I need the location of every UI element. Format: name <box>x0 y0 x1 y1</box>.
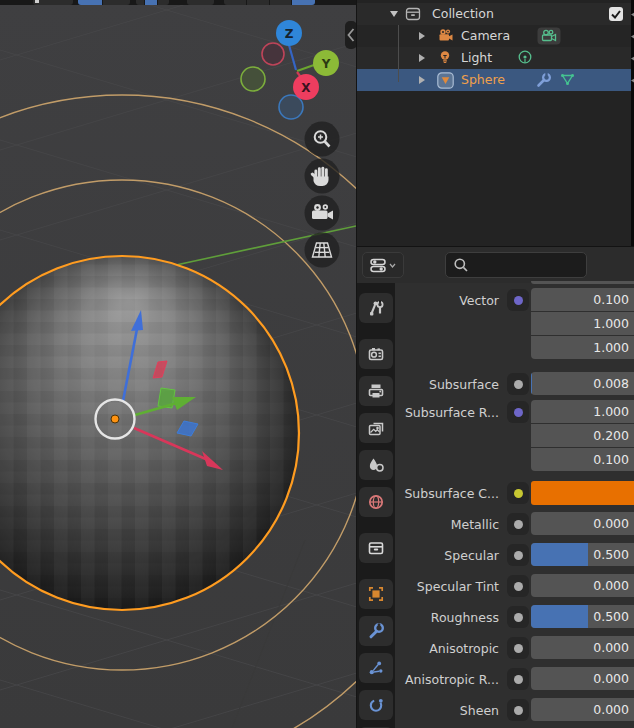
outliner-item-label[interactable]: Collection <box>432 6 494 21</box>
tab-tool[interactable] <box>359 293 393 323</box>
value-slider[interactable]: 0.008 <box>531 372 634 395</box>
outliner-item-label[interactable]: Sphere <box>461 72 505 87</box>
render-icon <box>367 345 385 363</box>
prop-label: Sheen <box>395 699 499 722</box>
tab-collection[interactable] <box>359 533 393 563</box>
header-button[interactable] <box>224 0 246 5</box>
value-slider[interactable]: 0.500 <box>531 605 634 628</box>
value-slider[interactable]: 0.500 <box>531 543 634 566</box>
header-button[interactable] <box>158 0 169 5</box>
collection-checkbox[interactable] <box>609 7 623 21</box>
header-button[interactable] <box>103 0 130 5</box>
prop-label: Anisotropic <box>395 637 499 660</box>
world-icon <box>367 493 385 511</box>
modifier-wrench-icon[interactable] <box>535 72 552 92</box>
prop-socket-toggle[interactable] <box>507 668 529 690</box>
mesh-icon <box>437 72 454 92</box>
tab-view-layer[interactable] <box>359 413 393 443</box>
header-button[interactable] <box>136 0 144 5</box>
prop-socket-toggle[interactable] <box>507 401 529 423</box>
disclosure-right-icon[interactable] <box>419 76 425 84</box>
tool-icon <box>367 299 385 317</box>
header-button[interactable] <box>33 0 73 5</box>
nav-axis-y-neg[interactable] <box>241 67 265 91</box>
value-slider[interactable]: 0.000 <box>531 698 634 721</box>
tab-world[interactable] <box>359 487 393 517</box>
tab-scene[interactable] <box>359 450 393 480</box>
prop-socket-toggle[interactable] <box>507 699 529 721</box>
prop-socket-toggle[interactable] <box>507 482 529 504</box>
value-field[interactable]: 0.100 <box>531 288 634 311</box>
disclosure-down-icon[interactable] <box>390 11 398 17</box>
3d-viewport[interactable]: Z Y X <box>0 0 356 728</box>
value-slider[interactable]: 0.000 <box>531 512 634 535</box>
mesh-data-icon[interactable] <box>559 72 576 90</box>
editor-type-button[interactable] <box>362 252 404 278</box>
cutoff-field <box>531 281 634 284</box>
header-button-active[interactable] <box>145 0 157 5</box>
value-slider[interactable]: 0.000 <box>531 667 634 690</box>
prop-label: Subsurface <box>395 373 499 396</box>
header-button-active[interactable] <box>78 0 102 5</box>
prop-label: Subsurface R... <box>395 401 499 424</box>
disclosure-right-icon[interactable] <box>419 32 425 40</box>
prop-label: Specular Tint <box>395 575 499 598</box>
value-field[interactable]: 1.000 <box>531 312 634 335</box>
outliner-item-label[interactable]: Camera <box>461 28 510 43</box>
camera-data-icon[interactable] <box>537 27 561 48</box>
prop-socket-toggle[interactable] <box>507 373 529 395</box>
tab-physics[interactable] <box>359 690 393 720</box>
header-button[interactable] <box>247 0 269 5</box>
header-button[interactable] <box>270 0 291 5</box>
right-panel: CollectionCameraLightSphere <box>356 0 634 728</box>
tab-particles[interactable] <box>359 653 393 683</box>
camera-icon <box>437 28 453 46</box>
tab-render[interactable] <box>359 339 393 369</box>
properties-editor-icon <box>370 257 387 274</box>
header-button-active[interactable] <box>292 0 315 5</box>
color-swatch[interactable] <box>531 481 634 505</box>
tab-object[interactable] <box>359 579 393 609</box>
light-data-icon[interactable] <box>517 50 533 69</box>
scene-icon <box>367 456 385 474</box>
search-input[interactable] <box>445 252 587 278</box>
prop-socket-toggle[interactable] <box>507 289 529 311</box>
outliner-row-collection[interactable]: Collection <box>357 3 634 25</box>
value-field[interactable]: 1.000 <box>531 336 634 359</box>
value-field[interactable]: 0.200 <box>531 424 634 447</box>
header-button[interactable] <box>187 0 214 5</box>
prop-label: Vector <box>395 289 499 312</box>
sidebar-collapse-tab[interactable] <box>345 21 356 49</box>
tab-output[interactable] <box>359 376 393 406</box>
outliner-tree-line <box>398 25 399 82</box>
prop-label: Anisotropic R... <box>395 668 499 691</box>
nav-y-label: Y <box>321 57 331 71</box>
prop-socket-toggle[interactable] <box>507 513 529 535</box>
prop-label: Subsurface C... <box>395 482 499 505</box>
ortho-grid-button[interactable] <box>305 233 340 268</box>
properties-header <box>357 247 634 283</box>
value-field[interactable]: 0.100 <box>531 448 634 471</box>
value-slider[interactable]: 0.000 <box>531 636 634 659</box>
prop-socket-toggle[interactable] <box>507 637 529 659</box>
camera-view-button[interactable] <box>305 196 340 231</box>
prop-socket-toggle[interactable] <box>507 606 529 628</box>
pan-button[interactable] <box>305 159 340 194</box>
outliner-item-label[interactable]: Light <box>461 50 492 65</box>
value-field[interactable]: 1.000 <box>531 400 634 423</box>
disclosure-right-icon[interactable] <box>419 54 425 62</box>
view-layer-icon <box>367 419 385 437</box>
nav-z-label: Z <box>285 27 294 41</box>
blender-window: Z Y X <box>0 0 634 728</box>
prop-socket-toggle[interactable] <box>507 575 529 597</box>
value-slider[interactable]: 0.000 <box>531 574 634 597</box>
tab-modifiers[interactable] <box>359 616 393 646</box>
nav-axis-x-neg[interactable] <box>262 43 284 65</box>
prop-socket-toggle[interactable] <box>507 544 529 566</box>
physics-icon <box>367 696 385 714</box>
nav-axis-z-neg[interactable] <box>279 95 303 119</box>
output-icon <box>367 382 385 400</box>
properties-tab-column <box>357 283 395 728</box>
zoom-button[interactable] <box>305 122 340 157</box>
object-origin-dot <box>111 415 119 423</box>
